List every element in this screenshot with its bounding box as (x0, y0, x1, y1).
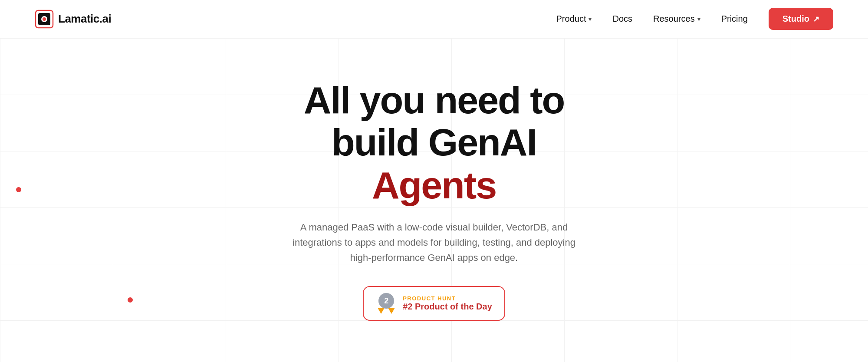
hero-title-line1: All you need to build GenAI (304, 79, 565, 164)
hero-content: All you need to build GenAI Agents A man… (239, 79, 629, 321)
nav-pricing-label: Pricing (721, 14, 748, 24)
badge-label: PRODUCT HUNT (403, 295, 456, 302)
nav-resources-label: Resources (653, 14, 695, 24)
navbar: Lamatic.ai Product ▾ Docs Resources ▾ Pr… (0, 0, 868, 38)
hero-title: All you need to build GenAI Agents (256, 79, 612, 207)
nav-links: Product ▾ Docs Resources ▾ Pricing Studi… (556, 8, 833, 30)
nav-product-label: Product (556, 14, 586, 24)
hero-section: All you need to build GenAI Agents A man… (0, 38, 868, 362)
hero-title-line2: Agents (372, 164, 496, 207)
external-link-icon: ↗ (813, 14, 819, 24)
nav-resources[interactable]: Resources ▾ (653, 14, 700, 24)
hero-subtitle: A managed PaaS with a low-code visual bu… (282, 220, 586, 266)
ribbon-left (378, 308, 385, 314)
medal-number: 2 (378, 293, 394, 309)
decorative-dot-1 (16, 187, 21, 192)
svg-point-4 (43, 17, 46, 21)
studio-button-label: Studio (783, 14, 809, 24)
decorative-dot-2 (128, 297, 133, 303)
ribbon-right (388, 308, 395, 314)
chevron-down-icon: ▾ (589, 16, 592, 23)
studio-button[interactable]: Studio ↗ (769, 8, 833, 30)
badge-text: PRODUCT HUNT #2 Product of the Day (403, 295, 492, 312)
medal-icon: 2 (376, 293, 397, 314)
nav-pricing[interactable]: Pricing (721, 14, 748, 24)
logo[interactable]: Lamatic.ai (35, 10, 111, 29)
chevron-down-icon-2: ▾ (697, 16, 700, 23)
nav-docs-label: Docs (612, 14, 632, 24)
logo-text: Lamatic.ai (58, 12, 111, 26)
logo-icon (35, 10, 54, 29)
badge-rank: #2 Product of the Day (403, 302, 492, 312)
nav-docs[interactable]: Docs (612, 14, 632, 24)
nav-product[interactable]: Product ▾ (556, 14, 592, 24)
product-hunt-badge[interactable]: 2 PRODUCT HUNT #2 Product of the Day (363, 286, 505, 321)
